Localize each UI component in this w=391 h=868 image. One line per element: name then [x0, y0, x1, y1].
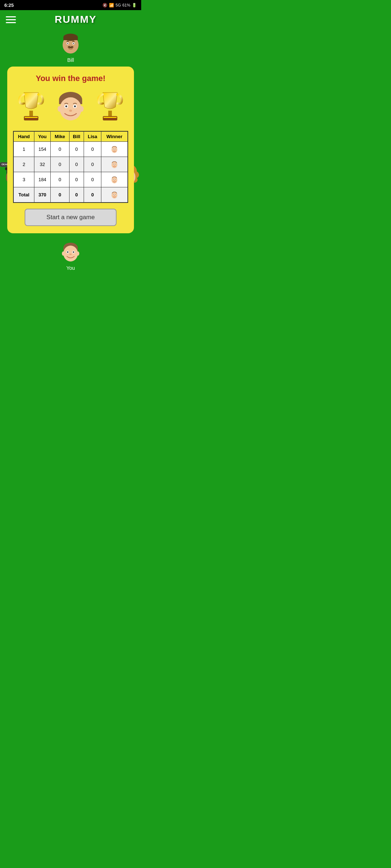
svg-point-84 [67, 251, 68, 253]
status-time: 6:25 [4, 3, 14, 8]
svg-point-76 [114, 195, 115, 196]
cell-lisa: 0 [84, 157, 101, 172]
win-message: You win the game! [13, 74, 128, 83]
col-lisa: Lisa [84, 131, 101, 142]
cell-lisa: 0 [84, 172, 101, 187]
player-bottom-name: You [66, 265, 75, 271]
cell-you: 32 [34, 157, 51, 172]
svg-point-51 [115, 149, 116, 149]
app-title: RUMMY [16, 14, 135, 25]
cell-bill: 0 [69, 187, 84, 203]
battery-icon: 🔋 [132, 3, 137, 8]
svg-point-86 [70, 254, 72, 255]
svg-point-59 [115, 164, 116, 165]
svg-point-6 [73, 43, 74, 44]
cell-winner [101, 172, 128, 187]
cell-bill: 0 [69, 142, 84, 157]
cell-bill: 0 [69, 157, 84, 172]
svg-rect-44 [104, 117, 117, 118]
status-bar: 6:25 🔇 📶 5G 61% 🔋 [0, 0, 141, 10]
cell-mike: 0 [50, 157, 69, 172]
table-row: 2 32 0 0 0 [13, 157, 128, 172]
svg-point-67 [115, 179, 116, 180]
svg-point-36 [79, 106, 84, 112]
avatar-bill [59, 33, 82, 56]
cell-lisa: 0 [84, 187, 101, 203]
col-bill: Bill [69, 131, 84, 142]
svg-point-81 [76, 251, 79, 256]
avatar-you [59, 241, 82, 264]
mute-icon: 🔇 [102, 3, 108, 8]
battery-label: 61% [122, 3, 130, 7]
trophy-area [13, 89, 128, 125]
cell-winner [101, 157, 128, 172]
table-header-row: Hand You Mike Bill Lisa Winner [13, 131, 128, 142]
table-row: 1 154 0 0 0 [13, 142, 128, 157]
cell-winner [101, 142, 128, 157]
cell-you: 370 [34, 187, 51, 203]
svg-rect-30 [24, 116, 38, 120]
status-icons: 🔇 📶 5G 61% 🔋 [102, 3, 137, 8]
cell-hand: 1 [13, 142, 34, 157]
cell-hand: Total [13, 187, 34, 203]
start-new-game-button[interactable]: Start a new game [25, 209, 117, 226]
player-top-name: Bill [67, 57, 74, 63]
svg-point-34 [60, 97, 81, 120]
cell-mike: 0 [50, 187, 69, 203]
svg-point-39 [65, 106, 67, 107]
cell-you: 184 [34, 172, 51, 187]
svg-point-60 [114, 165, 115, 166]
svg-point-74 [113, 194, 114, 195]
svg-point-58 [113, 164, 114, 165]
col-mike: Mike [50, 131, 69, 142]
svg-point-41 [69, 110, 72, 112]
svg-rect-43 [103, 116, 117, 120]
header: RUMMY [0, 10, 141, 29]
svg-point-40 [74, 106, 76, 107]
svg-point-52 [114, 150, 115, 150]
svg-rect-42 [108, 111, 112, 116]
trophy-left [17, 91, 46, 123]
svg-point-75 [115, 194, 116, 195]
svg-point-5 [67, 43, 68, 44]
svg-point-35 [58, 106, 62, 112]
svg-point-68 [114, 180, 115, 181]
svg-point-80 [62, 251, 65, 256]
col-hand: Hand [13, 131, 34, 142]
cell-you: 154 [34, 142, 51, 157]
table-row: Total 370 0 0 0 [13, 187, 128, 203]
menu-button[interactable] [6, 16, 16, 23]
cell-bill: 0 [69, 172, 84, 187]
svg-point-8 [70, 45, 72, 47]
table-row: 3 184 0 0 0 [13, 172, 128, 187]
svg-point-85 [73, 251, 74, 253]
game-area: Bill DEALER [0, 29, 141, 311]
cell-mike: 0 [50, 142, 69, 157]
network-label: 5G [115, 3, 121, 7]
svg-point-66 [113, 179, 114, 180]
trophy-right [96, 91, 125, 123]
cell-mike: 0 [50, 172, 69, 187]
player-bottom: You [4, 241, 138, 271]
svg-rect-2 [63, 37, 78, 40]
cell-hand: 2 [13, 157, 34, 172]
game-card: You win the game! [7, 67, 134, 233]
svg-point-50 [113, 149, 114, 149]
cell-lisa: 0 [84, 142, 101, 157]
svg-rect-31 [25, 117, 38, 118]
col-winner: Winner [101, 131, 128, 142]
col-you: You [34, 131, 51, 142]
player-top: Bill [4, 33, 138, 63]
cell-winner [101, 187, 128, 203]
wifi-icon: 📶 [109, 3, 114, 8]
cell-hand: 3 [13, 172, 34, 187]
svg-rect-29 [29, 111, 33, 116]
winner-face [52, 89, 89, 125]
score-table: Hand You Mike Bill Lisa Winner 1 154 0 0… [13, 131, 128, 203]
